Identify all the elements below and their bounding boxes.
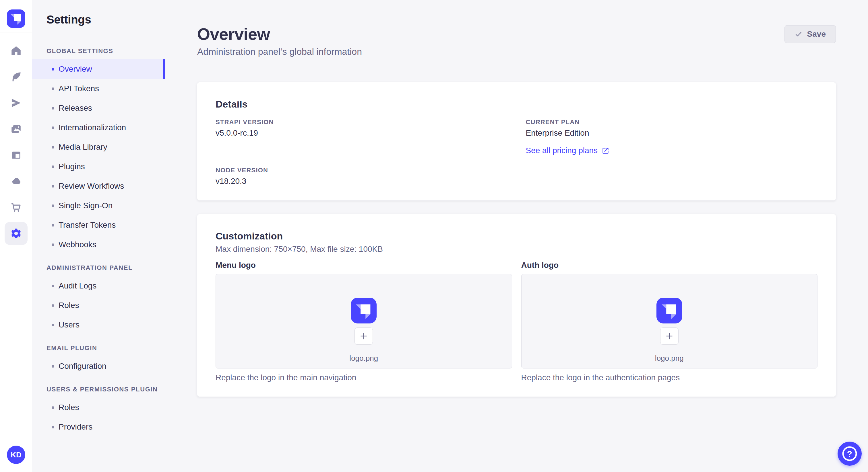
field-current-plan: CURRENT PLAN Enterprise Edition See all … [526,119,818,186]
menu-logo-filename: logo.png [349,354,378,363]
save-button[interactable]: Save [784,25,836,43]
nav-content-manager-button[interactable] [0,142,32,168]
plus-icon [360,332,368,340]
nav-marketplace-button[interactable] [0,194,32,220]
sidebar-item-single-sign-on[interactable]: Single Sign-On [32,196,165,215]
sidebar-item-webhooks[interactable]: Webhooks [32,235,165,255]
auth-logo-preview [656,298,682,324]
bullet-icon [52,365,54,368]
auth-logo-dropzone[interactable]: logo.png [521,274,818,369]
main-content: Overview Administration panel’s global i… [165,0,868,472]
sidebar-item-label: Overview [59,65,92,74]
plus-icon [665,332,674,340]
sidebar-item-plugins[interactable]: Plugins [32,157,165,176]
bullet-icon [52,185,54,188]
sidebar-item-label: Configuration [59,362,106,371]
sidebar-item-label: Plugins [59,162,85,171]
main-nav-rail: KD [0,0,32,472]
field-strapi-version: STRAPI VERSION v5.0.0-rc.19 [216,119,507,138]
sidebar-item-label: Audit Logs [59,281,96,291]
sidebar-item-email-configuration[interactable]: Configuration [32,357,165,376]
section-label-administration-panel: ADMINISTRATION PANEL [32,264,165,272]
sidebar-item-up-providers[interactable]: Providers [32,417,165,437]
pricing-plans-link-label: See all pricing plans [526,146,598,155]
bullet-icon [52,304,54,307]
cart-icon [10,201,22,213]
menu-logo-add-button[interactable] [354,328,373,345]
save-button-label: Save [807,30,826,39]
rail-icons [0,38,32,246]
section-administration-panel: Audit Logs Roles Users [32,276,165,335]
sidebar-item-api-tokens[interactable]: API Tokens [32,79,165,98]
sidebar-item-media-library[interactable]: Media Library [32,137,165,157]
rail-bottom: KD [0,438,32,472]
customization-card: Customization Max dimension: 750×750, Ma… [197,214,836,397]
help-button[interactable]: ? [838,442,862,466]
sidebar-item-overview[interactable]: Overview [32,59,165,79]
feather-icon [10,71,22,83]
field-value: v18.20.3 [216,176,507,186]
bullet-icon [52,204,54,207]
pricing-plans-link[interactable]: See all pricing plans [526,146,610,155]
menu-logo-caption: Replace the logo in the main navigation [216,373,512,382]
menu-logo-preview [351,298,377,324]
sidebar-title: Settings [32,13,165,26]
sidebar-title-divider [46,35,60,35]
nav-deploy-button[interactable] [0,90,32,116]
sidebar-item-audit-logs[interactable]: Audit Logs [32,276,165,296]
sidebar-item-label: Releases [59,103,92,113]
sidebar-item-admin-roles[interactable]: Roles [32,296,165,315]
bullet-icon [52,146,54,148]
customization-card-subtitle: Max dimension: 750×750, Max file size: 1… [216,245,817,254]
details-grid: STRAPI VERSION v5.0.0-rc.19 CURRENT PLAN… [216,119,817,186]
page-title: Overview [197,25,362,43]
nav-media-library-button[interactable] [0,116,32,142]
menu-logo-label: Menu logo [216,261,512,270]
section-email-plugin: Configuration [32,357,165,376]
details-card-title: Details [216,98,817,110]
auth-logo-add-button[interactable] [660,328,679,345]
sidebar-item-transfer-tokens[interactable]: Transfer Tokens [32,215,165,235]
paper-plane-icon [10,97,22,109]
sidebar-item-label: Webhooks [59,240,96,249]
sidebar-item-label: Internationalization [59,123,126,132]
strapi-logo-icon [351,298,377,324]
bullet-icon [52,426,54,429]
sidebar-item-label: Media Library [59,142,107,152]
nav-settings-button[interactable] [0,220,32,246]
bullet-icon [52,165,54,168]
section-label-users-permissions-plugin: USERS & PERMISSIONS PLUGIN [32,386,165,393]
section-label-global-settings: GLOBAL SETTINGS [32,47,165,55]
home-icon [10,45,22,57]
menu-logo-dropzone[interactable]: logo.png [216,274,512,369]
field-value: v5.0.0-rc.19 [216,128,507,138]
app-window: KD Settings GLOBAL SETTINGS Overview API… [0,0,868,472]
nav-cloud-button[interactable] [0,168,32,194]
logo-upload-grid: Menu logo logo.png Replace the logo in t… [216,261,817,382]
bullet-icon [52,324,54,326]
rail-divider-top [0,32,32,32]
field-label: NODE VERSION [216,167,507,174]
bullet-icon [52,127,54,129]
external-link-icon [601,147,609,155]
sidebar-item-admin-users[interactable]: Users [32,315,165,335]
sidebar-item-review-workflows[interactable]: Review Workflows [32,176,165,196]
section-global-settings: Overview API Tokens Releases Internation… [32,59,165,255]
nav-home-button[interactable] [0,38,32,64]
bullet-icon [52,88,54,90]
page-header-text: Overview Administration panel’s global i… [197,25,362,57]
layout-icon [10,149,22,161]
nav-content-builder-button[interactable] [0,64,32,90]
menu-logo-column: Menu logo logo.png Replace the logo in t… [216,261,512,382]
strapi-logo[interactable] [7,9,25,28]
auth-logo-label: Auth logo [521,261,818,270]
sidebar-item-up-roles[interactable]: Roles [32,398,165,417]
sidebar-item-label: Users [59,320,80,330]
check-icon [795,30,803,38]
field-label: STRAPI VERSION [216,119,507,126]
page-subtitle: Administration panel’s global informatio… [197,46,362,57]
sidebar-item-internationalization[interactable]: Internationalization [32,118,165,137]
avatar[interactable]: KD [7,446,25,464]
sidebar-item-releases[interactable]: Releases [32,98,165,118]
section-users-permissions-plugin: Roles Providers [32,398,165,437]
